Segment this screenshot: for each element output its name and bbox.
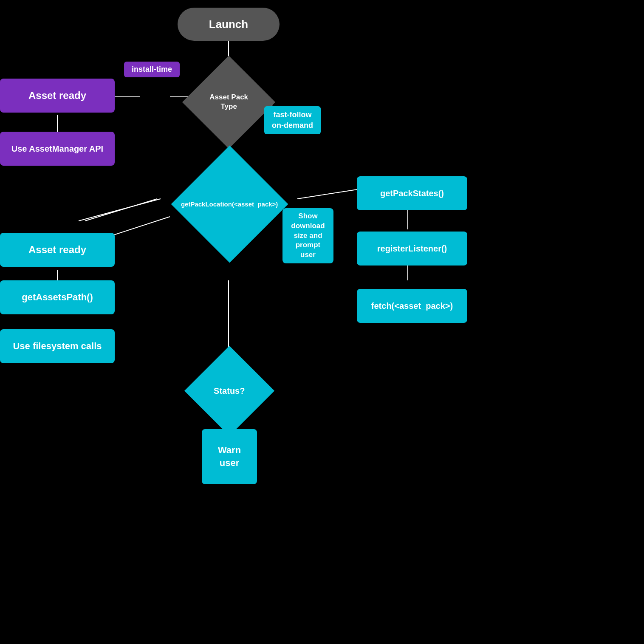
launch-node: Launch [178, 8, 280, 41]
show-download-node: Show download size and prompt user [282, 208, 333, 263]
asset-ready-node-1: Asset ready [0, 79, 115, 113]
status-diamond: Status? [183, 348, 276, 433]
install-time-tag: install-time [124, 62, 180, 77]
asset-ready-node-2: Asset ready [0, 233, 115, 267]
fast-follow-tag: fast-follow on-demand [264, 106, 321, 134]
fetch-asset-pack-node: fetch(<asset_pack>) [357, 289, 467, 323]
get-pack-location-label: getPackLocation(<asset_pack>) [181, 200, 278, 208]
warn-user-node: Warn user [202, 429, 257, 484]
register-listener-node: registerListener() [357, 232, 467, 266]
asset-pack-type-label: Asset Pack Type [209, 93, 248, 111]
get-assets-path-node: getAssetsPath() [0, 280, 115, 314]
use-filesystem-node: Use filesystem calls [0, 329, 115, 363]
get-pack-states-node: getPackStates() [357, 176, 467, 210]
use-asset-manager-node: Use AssetManager API [0, 132, 115, 166]
status-label: Status? [214, 385, 245, 396]
